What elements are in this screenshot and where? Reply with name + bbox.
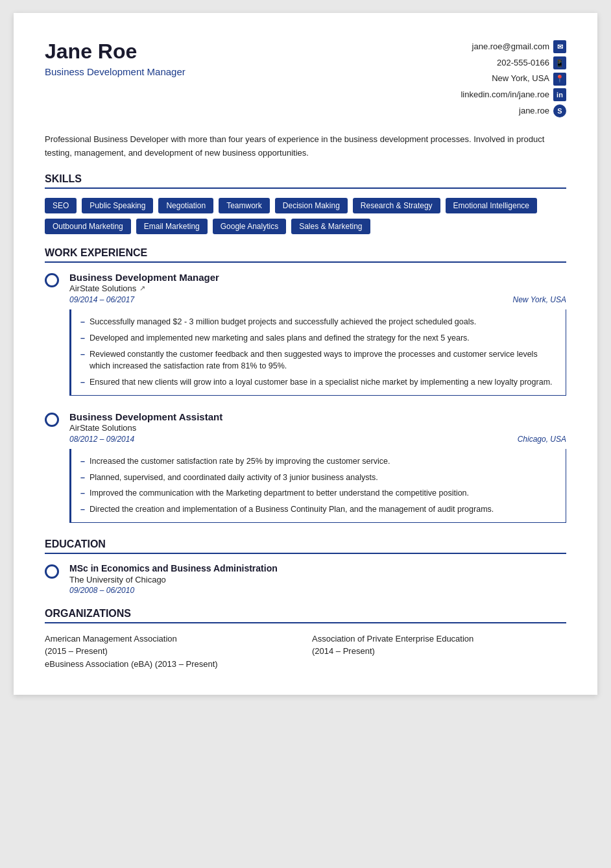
skill-badge: Google Analytics: [213, 219, 286, 234]
work-section-title: WORK EXPERIENCE: [45, 247, 566, 263]
exp-company: AirState Solutions↗: [69, 283, 566, 293]
exp-bullets: Increased the customer satisfaction rate…: [69, 449, 566, 523]
header-left: Jane Roe Business Development Manager: [45, 39, 186, 77]
resume-container: Jane Roe Business Development Manager ja…: [14, 13, 597, 695]
exp-meta: 08/2012 – 09/2014Chicago, USA: [69, 435, 566, 444]
edu-circle-icon: [45, 564, 59, 579]
exp-location: Chicago, USA: [518, 435, 566, 444]
edu-content: MSc in Economics and Business Administra…: [69, 563, 278, 595]
org-years: (2015 – Present): [45, 646, 108, 656]
linkedin-row: linkedin.com/in/jane.roe in: [461, 87, 566, 103]
organizations-section-title: ORGANIZATIONS: [45, 608, 566, 623]
exp-dates: 08/2012 – 09/2014: [69, 435, 134, 444]
email-icon: ✉: [553, 40, 566, 53]
exp-bullet-item: Increased the customer satisfaction rate…: [80, 455, 557, 468]
email-text: jane.roe@gmail.com: [472, 39, 549, 55]
exp-location: New York, USA: [513, 295, 566, 304]
skill-badge: Decision Making: [275, 198, 348, 213]
skill-badge: Research & Strategy: [353, 198, 440, 213]
edu-degree: MSc in Economics and Business Administra…: [69, 563, 278, 573]
location-text: New York, USA: [492, 71, 549, 87]
education-container: MSc in Economics and Business Administra…: [45, 563, 566, 595]
org-name: Association of Private Enterprise Educat…: [312, 634, 473, 644]
location-icon: 📍: [553, 73, 566, 86]
phone-icon: 📱: [553, 56, 566, 69]
exp-content: Business Development AssistantAirState S…: [69, 411, 566, 523]
org-years: (2014 – Present): [312, 646, 375, 656]
exp-icon-col: [45, 411, 59, 523]
skill-badge: Sales & Marketing: [291, 219, 370, 234]
exp-bullet-item: Planned, supervised, and coordinated dai…: [80, 472, 557, 484]
exp-content: Business Development ManagerAirState Sol…: [69, 272, 566, 396]
external-link-icon[interactable]: ↗: [139, 284, 145, 293]
exp-circle-icon: [45, 413, 59, 427]
portfolio-text: jane.roe: [519, 103, 549, 119]
work-experience-item: Business Development ManagerAirState Sol…: [45, 272, 566, 396]
exp-dates: 09/2014 – 06/2017: [69, 295, 134, 304]
exp-bullet-item: Improved the communication with the Mark…: [80, 487, 557, 500]
exp-bullet-item: Successfully managed $2 - 3 million budg…: [80, 316, 557, 328]
exp-job-title: Business Development Assistant: [69, 411, 566, 422]
skill-badge: Outbound Marketing: [45, 219, 131, 234]
skills-container: SEOPublic SpeakingNegotiationTeamworkDec…: [45, 198, 566, 234]
exp-bullet-item: Reviewed constantly the customer feedbac…: [80, 348, 557, 373]
skills-section-title: SKILLS: [45, 173, 566, 189]
phone-row: 202-555-0166 📱: [461, 55, 566, 71]
organization-item: American Management Association(2015 – P…: [45, 633, 299, 658]
work-experience-item: Business Development AssistantAirState S…: [45, 411, 566, 523]
work-container: Business Development ManagerAirState Sol…: [45, 272, 566, 523]
exp-icon-col: [45, 272, 59, 396]
candidate-name: Jane Roe: [45, 39, 186, 64]
education-section-title: EDUCATION: [45, 538, 566, 554]
education-item: MSc in Economics and Business Administra…: [45, 563, 566, 595]
org-grid: American Management Association(2015 – P…: [45, 633, 566, 658]
exp-bullet-item: Ensured that new clients will grow into …: [80, 376, 557, 389]
summary-text: Professional Business Developer with mor…: [45, 133, 566, 160]
organization-item-full: eBusiness Association (eBA) (2013 – Pres…: [45, 659, 566, 669]
exp-meta: 09/2014 – 06/2017New York, USA: [69, 295, 566, 304]
edu-icon-col: [45, 563, 59, 595]
exp-bullet-item: Developed and implemented new marketing …: [80, 332, 557, 344]
linkedin-icon: in: [553, 88, 566, 101]
exp-circle-icon: [45, 273, 59, 287]
organizations-container: American Management Association(2015 – P…: [45, 633, 566, 669]
exp-bullets: Successfully managed $2 - 3 million budg…: [69, 309, 566, 396]
skill-badge: Emotional Intelligence: [446, 198, 537, 213]
phone-text: 202-555-0166: [497, 55, 549, 71]
header: Jane Roe Business Development Manager ja…: [45, 39, 566, 119]
skill-badge: SEO: [45, 198, 77, 213]
location-row: New York, USA 📍: [461, 71, 566, 87]
skill-badge: Email Marketing: [136, 219, 208, 234]
email-row: jane.roe@gmail.com ✉: [461, 39, 566, 55]
linkedin-text: linkedin.com/in/jane.roe: [461, 87, 549, 103]
skill-badge: Public Speaking: [82, 198, 153, 213]
edu-dates: 09/2008 – 06/2010: [69, 586, 278, 595]
org-name: American Management Association: [45, 634, 177, 644]
edu-school: The University of Chicago: [69, 575, 278, 585]
skill-badge: Negotiation: [158, 198, 213, 213]
exp-company: AirState Solutions: [69, 423, 566, 433]
header-right: jane.roe@gmail.com ✉ 202-555-0166 📱 New …: [461, 39, 566, 119]
exp-job-title: Business Development Manager: [69, 272, 566, 283]
portfolio-row: jane.roe S: [461, 103, 566, 119]
skill-badge: Teamwork: [219, 198, 270, 213]
candidate-title: Business Development Manager: [45, 66, 186, 77]
portfolio-icon: S: [553, 104, 566, 117]
organization-item: Association of Private Enterprise Educat…: [312, 633, 566, 658]
exp-bullet-item: Directed the creation and implementation…: [80, 503, 557, 516]
